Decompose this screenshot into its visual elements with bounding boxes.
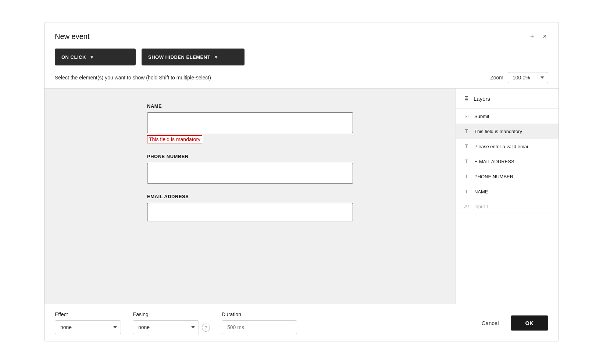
layer-item-name[interactable]: T NAME: [456, 184, 559, 199]
trigger-label: ON CLICK: [61, 54, 86, 60]
instruction-text: Select the element(s) you want to show (…: [55, 75, 211, 81]
effect-label: Effect: [55, 311, 121, 317]
layer-name-mandatory: This field is mandatory: [474, 129, 522, 134]
form-preview: NAME This field is mandatory PHONE NUMBE…: [147, 103, 353, 221]
duration-input[interactable]: [222, 320, 297, 334]
text-layer-icon-email: T: [463, 158, 470, 164]
dialog-body: NAME This field is mandatory PHONE NUMBE…: [44, 88, 559, 304]
monitor-icon: 🖥: [463, 95, 469, 102]
text-layer-icon-phone: T: [463, 174, 470, 179]
layer-item-submit[interactable]: ⊡ Submit: [456, 109, 559, 124]
layer-name-name: NAME: [474, 189, 488, 195]
new-event-dialog: New event + × ON CLICK ▾ SHOW HIDDEN ELE…: [44, 22, 559, 342]
layer-item-email-address[interactable]: T E-MAIL ADDRESS: [456, 154, 559, 169]
action-chevron-icon: ▾: [215, 54, 218, 60]
footer-left: Effect none fade slide Easing none ease-…: [55, 311, 297, 334]
layer-name-submit: Submit: [474, 114, 489, 119]
name-field-label: NAME: [147, 103, 353, 109]
layer-name-email-address: E-MAIL ADDRESS: [474, 159, 514, 164]
cancel-button[interactable]: Cancel: [476, 316, 505, 330]
layer-item-input1[interactable]: AI Input 1: [456, 199, 559, 214]
ai-layer-icon: AI: [463, 204, 470, 209]
effect-select[interactable]: none fade slide: [55, 320, 121, 334]
layer-item-valid-email[interactable]: T Please enter a valid emai: [456, 139, 559, 154]
plus-icon: +: [530, 33, 534, 40]
submit-layer-icon: ⊡: [463, 113, 470, 119]
phone-input[interactable]: [147, 163, 353, 183]
ok-button[interactable]: OK: [511, 315, 549, 331]
layers-title: Layers: [474, 96, 490, 102]
zoom-select[interactable]: 100.0% 75% 50% 125% 150%: [508, 72, 548, 83]
phone-field-label: PHONE NUMBER: [147, 154, 353, 159]
effect-group: Effect none fade slide: [55, 311, 121, 334]
name-input[interactable]: [147, 113, 353, 133]
text-layer-icon-valid-email: T: [463, 143, 470, 149]
dialog-footer: Effect none fade slide Easing none ease-…: [44, 304, 559, 342]
layer-name-input1: Input 1: [474, 204, 489, 209]
layer-name-valid-email: Please enter a valid emai: [474, 144, 528, 149]
email-field-label: EMAIL ADDRESS: [147, 194, 353, 199]
email-input[interactable]: [147, 203, 353, 221]
easing-label: Easing: [133, 311, 210, 317]
toolbar: ON CLICK ▾ SHOW HIDDEN ELEMENT ▾: [44, 49, 559, 72]
zoom-control: Zoom 100.0% 75% 50% 125% 150%: [490, 72, 548, 83]
name-field-group: NAME This field is mandatory: [147, 103, 353, 143]
duration-label: Duration: [222, 311, 297, 317]
zoom-label: Zoom: [490, 75, 503, 81]
plus-button[interactable]: +: [529, 31, 536, 42]
layer-name-phone-number: PHONE NUMBER: [474, 174, 513, 179]
easing-group: Easing none ease-in ease-out ?: [133, 311, 210, 334]
easing-select[interactable]: none ease-in ease-out: [133, 320, 199, 334]
canvas-area: NAME This field is mandatory PHONE NUMBE…: [44, 89, 456, 304]
dialog-header: New event + ×: [44, 22, 559, 49]
close-button[interactable]: ×: [541, 31, 548, 42]
action-label: SHOW HIDDEN ELEMENT: [148, 54, 210, 60]
layers-panel: 🖥 Layers ⊡ Submit T This field is mandat…: [456, 89, 559, 304]
layer-item-mandatory[interactable]: T This field is mandatory: [456, 124, 559, 139]
name-error: This field is mandatory: [147, 135, 202, 143]
layer-item-phone-number[interactable]: T PHONE NUMBER: [456, 169, 559, 184]
text-layer-icon-name: T: [463, 189, 470, 195]
layers-header: 🖥 Layers: [456, 89, 559, 109]
duration-group: Duration: [222, 311, 297, 334]
easing-controls: none ease-in ease-out ?: [133, 320, 210, 334]
easing-help-icon[interactable]: ?: [202, 324, 210, 332]
trigger-dropdown[interactable]: ON CLICK ▾: [55, 49, 136, 65]
text-layer-icon-mandatory: T: [463, 128, 470, 134]
close-icon: ×: [543, 33, 547, 40]
email-field-group: EMAIL ADDRESS: [147, 194, 353, 221]
instruction-bar: Select the element(s) you want to show (…: [44, 72, 559, 88]
trigger-chevron-icon: ▾: [90, 54, 93, 60]
phone-field-group: PHONE NUMBER: [147, 154, 353, 183]
layers-list: ⊡ Submit T This field is mandatory T Ple…: [456, 109, 559, 304]
dialog-title: New event: [55, 32, 90, 41]
action-dropdown[interactable]: SHOW HIDDEN ELEMENT ▾: [142, 49, 245, 65]
footer-right: Cancel OK: [476, 315, 548, 331]
